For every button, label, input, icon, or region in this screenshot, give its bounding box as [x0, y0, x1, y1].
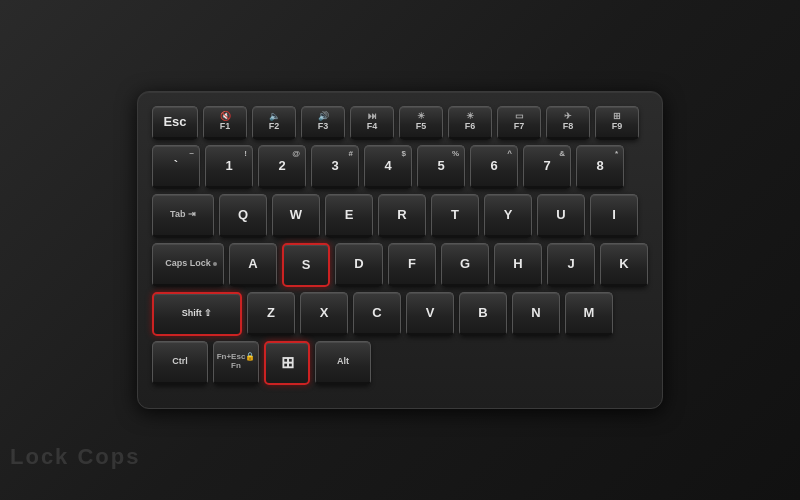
key-ctrl[interactable]: Ctrl: [152, 341, 208, 385]
key-win[interactable]: ⊞: [264, 341, 310, 385]
key-x[interactable]: X: [300, 292, 348, 336]
key-4[interactable]: $ 4: [364, 145, 412, 189]
key-f[interactable]: F: [388, 243, 436, 287]
key-a[interactable]: A: [229, 243, 277, 287]
key-fn[interactable]: Fn+Esc🔒Fn: [213, 341, 259, 385]
brand-label: Lock Cops: [10, 444, 140, 470]
zxcv-row: Shift ⇧ Z X C V B N M: [152, 292, 648, 336]
key-3[interactable]: # 3: [311, 145, 359, 189]
key-v[interactable]: V: [406, 292, 454, 336]
keyboard-bg: Esc 🔇 F1 🔈 F2 🔊 F3 ⏭ F4 ☀ F5: [137, 91, 663, 409]
key-s[interactable]: S: [282, 243, 330, 287]
keyboard-container: Esc 🔇 F1 🔈 F2 🔊 F3 ⏭ F4 ☀ F5: [0, 0, 800, 500]
key-f5[interactable]: ☀ F5: [399, 106, 443, 140]
key-m[interactable]: M: [565, 292, 613, 336]
key-t[interactable]: T: [431, 194, 479, 238]
key-f3[interactable]: 🔊 F3: [301, 106, 345, 140]
key-f8[interactable]: ✈ F8: [546, 106, 590, 140]
key-c[interactable]: C: [353, 292, 401, 336]
key-z[interactable]: Z: [247, 292, 295, 336]
key-6[interactable]: ^ 6: [470, 145, 518, 189]
key-i[interactable]: I: [590, 194, 638, 238]
key-alt[interactable]: Alt: [315, 341, 371, 385]
key-r[interactable]: R: [378, 194, 426, 238]
key-5[interactable]: % 5: [417, 145, 465, 189]
key-tab[interactable]: Tab ⇥: [152, 194, 214, 238]
caps-lock-indicator: [213, 262, 217, 266]
key-f6[interactable]: ☀ F6: [448, 106, 492, 140]
key-2[interactable]: @ 2: [258, 145, 306, 189]
key-esc[interactable]: Esc: [152, 106, 198, 140]
asdf-row: Caps Lock A S D F G H J K: [152, 243, 648, 287]
key-n[interactable]: N: [512, 292, 560, 336]
key-j[interactable]: J: [547, 243, 595, 287]
number-row: ~ ` ! 1 @ 2 # 3 $ 4 % 5: [152, 145, 648, 189]
qwerty-row: Tab ⇥ Q W E R T Y U I: [152, 194, 648, 238]
key-8[interactable]: * 8: [576, 145, 624, 189]
key-g[interactable]: G: [441, 243, 489, 287]
key-f7[interactable]: ▭ F7: [497, 106, 541, 140]
key-k[interactable]: K: [600, 243, 648, 287]
key-b[interactable]: B: [459, 292, 507, 336]
key-7[interactable]: & 7: [523, 145, 571, 189]
key-d[interactable]: D: [335, 243, 383, 287]
key-e[interactable]: E: [325, 194, 373, 238]
key-f9[interactable]: ⊞ F9: [595, 106, 639, 140]
key-h[interactable]: H: [494, 243, 542, 287]
key-backtick[interactable]: ~ `: [152, 145, 200, 189]
key-caps-lock[interactable]: Caps Lock: [152, 243, 224, 287]
key-f4[interactable]: ⏭ F4: [350, 106, 394, 140]
fn-row: Esc 🔇 F1 🔈 F2 🔊 F3 ⏭ F4 ☀ F5: [152, 106, 648, 140]
key-q[interactable]: Q: [219, 194, 267, 238]
key-shift-left[interactable]: Shift ⇧: [152, 292, 242, 336]
key-f1[interactable]: 🔇 F1: [203, 106, 247, 140]
key-y[interactable]: Y: [484, 194, 532, 238]
key-w[interactable]: W: [272, 194, 320, 238]
key-u[interactable]: U: [537, 194, 585, 238]
key-1[interactable]: ! 1: [205, 145, 253, 189]
bottom-row: Ctrl Fn+Esc🔒Fn ⊞ Alt: [152, 341, 648, 385]
key-f2[interactable]: 🔈 F2: [252, 106, 296, 140]
